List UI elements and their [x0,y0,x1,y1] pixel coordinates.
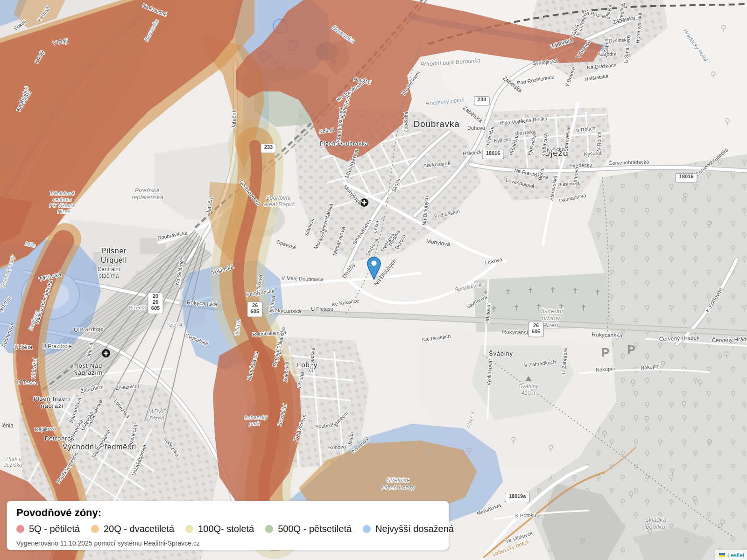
svg-text:26: 26 [533,322,539,328]
map-label: Plzeň 4 [165,322,183,328]
road-badge: 26605 [529,322,543,337]
map-label: K Potoku [515,512,536,518]
road-badge: 233 [474,97,489,105]
svg-text:18019a: 18019a [509,493,527,499]
leaflet-link[interactable]: Leaflet [727,552,744,559]
map-label: hřbitov [542,315,561,322]
map-label: V Rolích [596,132,602,151]
map-label: Zábělská [402,111,409,133]
flood-zones-legend: Povodňové zóny: 5Q - pětiletá20Q - dvace… [7,501,449,550]
map-label: Ústřední [540,308,564,315]
map-label: Plzeň 3 [129,305,146,310]
map-label: Park u [6,456,22,462]
map-label: Národní [598,51,617,57]
road-badge: 18016 [676,174,697,182]
svg-text:26: 26 [153,299,158,305]
legend-item-label: 5Q - pětiletá [29,524,80,534]
map-label: Centrální [98,266,120,273]
map-label: Rejskova [35,426,56,432]
map-label: U Prazdroje [74,326,104,333]
map-label: Plzeň [149,415,165,422]
map-label: most Nad [73,362,102,369]
map-label: Nádražím [73,369,103,376]
legend-dot-icon [185,525,193,533]
parking-icon: P [601,345,609,359]
map-label: Rohová [328,444,346,450]
svg-text:26: 26 [252,302,258,308]
road-badge: 18019a [505,493,530,502]
circle-plus-icon [102,349,110,357]
map-label: Švábiny [489,350,513,357]
legend-item: 500Q - pětsetiletá [265,524,352,534]
map-label: Pilsner [101,247,127,255]
map-label: Lobezský [245,414,268,420]
svg-text:605: 605 [151,305,160,311]
map-label: Švábiny [519,383,539,390]
map-label: centrum [53,196,71,202]
map-label: teplárenská [132,194,163,201]
map-label: Urquell [101,256,127,264]
road-badge: 2026605 [148,293,163,314]
map-viewport: PP DoubravkaÚjezdPlzeň-DoubravkaLobzyVýc… [0,0,747,560]
map-label: U Pietasu [311,306,333,312]
svg-text:18016: 18016 [486,150,500,156]
ukraine-flag-icon [719,553,725,557]
map-label: Doubravka [413,119,459,129]
legend-dot-icon [16,525,24,533]
svg-text:233: 233 [478,97,486,102]
legend-item: 100Q- stoletá [185,524,254,534]
legend-item: 20Q - dvacetiletá [91,524,174,534]
svg-text:605: 605 [251,308,259,314]
legend-title: Povodňové zóny: [16,507,439,519]
map-label: MOVO [148,408,167,415]
map-label: skládka [646,516,666,523]
map-label: Plzeň hlavní [34,395,71,402]
map-label: areál Rapid [264,201,294,208]
map-label: Kyšická [547,146,565,153]
map-label: Střelnice [387,476,410,483]
legend-dot-icon [265,525,273,533]
map-label: FC Viktoria [49,203,75,208]
map-label: Červený Hrádek [712,335,747,343]
map-label: 410 m [521,390,536,396]
parking-icon: P [627,343,635,357]
legend-footer: Vygenerováno 11.10.2025 pomocí systému R… [16,539,439,547]
map-label: Sportovní [266,195,291,201]
map-label: U Prazdroje [42,343,72,350]
svg-text:20: 20 [153,293,158,299]
map-label: lénia [1,422,14,429]
map-label: Červený Hrádek [659,334,700,342]
map-label: Jateční [230,111,237,129]
legend-items: 5Q - pětiletá20Q - dvacetiletá100Q- stol… [16,524,439,534]
map-label: Plzeň [543,322,558,329]
map-label: U Tesca [17,379,37,386]
road-badge: 26605 [247,302,262,317]
map-label: Duhová [467,125,486,131]
map-label: Plzeň [57,209,70,214]
road-badge: 233 [261,144,276,153]
legend-dot-icon [363,525,371,533]
road-badge: 18016 [482,150,504,159]
legend-item-label: 500Q - pětsetiletá [278,524,352,534]
map-label: Plzeň Lobzy [382,484,416,491]
map-label: Plzeňská [135,187,160,194]
legend-item: Nejvyšší dosažená [363,524,454,534]
map-label: Tréninkové [49,190,75,196]
map-label: U Jána [14,344,32,350]
svg-text:605: 605 [532,329,540,334]
map-label: Rokycanská [592,331,622,339]
legend-item: 5Q - pětiletá [16,524,80,534]
map-label: stáčírna [99,273,119,279]
legend-item-label: 20Q - dvacetiletá [104,524,174,534]
svg-text:18016: 18016 [679,174,694,179]
map-label: Plzeň-Doubravka [320,140,368,147]
svg-text:233: 233 [264,144,273,150]
map-label: park [249,420,261,426]
legend-item-label: 100Q- stoletá [198,524,254,534]
map-label: popílku [645,523,665,530]
map-canvas[interactable]: PP DoubravkaÚjezdPlzeň-DoubravkaLobzyVýc… [0,0,747,560]
legend-dot-icon [91,525,99,533]
map-label: nádraží [41,402,64,409]
map-label: Rokycanská [270,307,301,315]
map-label: Ježíška [4,462,22,468]
